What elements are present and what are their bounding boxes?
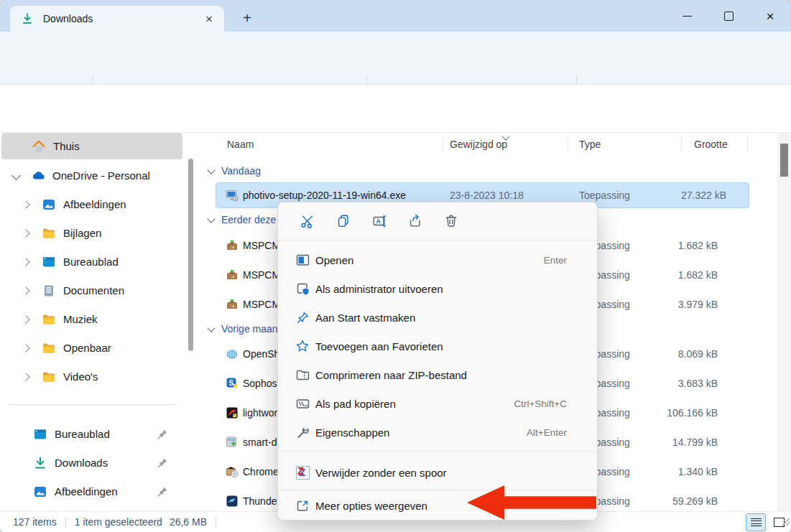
- folder-icon: [42, 370, 56, 384]
- sidebar-item-documenten[interactable]: Documenten: [0, 277, 184, 304]
- share-button[interactable]: [397, 207, 433, 235]
- home-icon: [32, 139, 46, 154]
- sidebar-item-label: Downloads: [55, 457, 108, 469]
- file-name: photivo-setup-2020-11-19-win64.exe: [243, 190, 406, 201]
- menu-item-verwijder-zonder-een-spoor[interactable]: ZZ Verwijder zonder een spoor: [282, 458, 594, 487]
- favorites-star-icon: [295, 339, 310, 353]
- file-size: 14.799 kB: [672, 437, 718, 448]
- list-scrollbar-track[interactable]: [777, 133, 791, 511]
- rename-icon: A: [371, 213, 387, 229]
- column-header-type[interactable]: Type: [579, 133, 601, 156]
- menu-item-aan-start-vastmaken[interactable]: Aan Start vastmaken: [282, 303, 594, 332]
- delete-button[interactable]: [433, 207, 469, 235]
- cut-button[interactable]: [290, 207, 325, 235]
- file-size: 1.682 kB: [678, 269, 718, 281]
- column-header-gewijzigd-op[interactable]: Gewijzigd op: [450, 133, 507, 156]
- sidebar-item-thuis[interactable]: Thuis: [1, 133, 182, 159]
- chevron-right-icon[interactable]: [22, 373, 29, 381]
- column-divider[interactable]: [443, 137, 443, 151]
- close-icon: ×: [766, 9, 774, 23]
- zdelete-icon: ZZ: [295, 465, 310, 480]
- chevron-right-icon[interactable]: [22, 229, 29, 237]
- sidebar-item-pinned-downloads[interactable]: Downloads: [0, 449, 184, 476]
- menu-separator: [278, 451, 597, 452]
- sidebar-item-afbeeldingen[interactable]: Afbeeldingen: [0, 191, 184, 218]
- file-size: 106.166 kB: [667, 407, 718, 419]
- zip-icon: [295, 368, 310, 382]
- disc-setup-icon: [226, 465, 239, 478]
- file-name: smart-de: [243, 437, 282, 448]
- menu-item-comprimeren-naar-zip[interactable]: Comprimeren naar ZIP-bestand: [282, 360, 594, 389]
- menu-item-als-administrator-uitvoeren[interactable]: Als administrator uitvoeren: [282, 274, 594, 303]
- sidebar-item-muziek[interactable]: Muziek: [0, 306, 184, 332]
- sidebar-item-openbaar[interactable]: Openbaar: [0, 335, 184, 361]
- package-icon: [226, 269, 239, 281]
- menu-item-shortcut: Ctrl+Shift+C: [514, 398, 567, 409]
- menu-item-label: Openen: [315, 254, 353, 266]
- onedrive-icon: [31, 169, 45, 183]
- chevron-down-icon[interactable]: [11, 171, 21, 180]
- menu-item-als-pad-kopieren[interactable]: Als pad kopiëren Ctrl+Shift+C: [282, 389, 594, 418]
- details-view-button[interactable]: [746, 513, 766, 531]
- minimize-icon: [683, 16, 692, 17]
- maximize-button[interactable]: [708, 0, 749, 32]
- selected-count: 1 item geselecteerd: [75, 516, 162, 528]
- minimize-button[interactable]: [666, 0, 708, 32]
- menu-item-toevoegen-aan-favorieten[interactable]: Toevoegen aan Favorieten: [282, 332, 594, 360]
- group-header-eerder-deze[interactable]: Eerder deze: [208, 211, 276, 228]
- menu-item-label: Als pad kopiëren: [315, 398, 396, 410]
- rename-button[interactable]: A: [361, 207, 397, 235]
- show-more-options-icon: [295, 498, 310, 513]
- sidebar-item-pinned-afbeeldingen[interactable]: Afbeeldingen: [0, 478, 184, 505]
- pin-icon: [157, 486, 168, 498]
- menu-item-eigenschappen[interactable]: Eigenschappen Alt+Enter: [282, 418, 594, 447]
- open-icon: [295, 253, 310, 267]
- tab-close-icon[interactable]: ×: [201, 13, 217, 25]
- column-divider[interactable]: [747, 137, 748, 151]
- chevron-right-icon[interactable]: [22, 258, 29, 266]
- sidebar-item-bijlagen[interactable]: Bijlagen: [0, 220, 184, 246]
- sidebar-item-pinned-bureaublad[interactable]: Bureaublad: [0, 421, 184, 447]
- properties-icon: [295, 425, 310, 439]
- sidebar-item-label: OneDrive - Personal: [52, 169, 150, 182]
- list-scrollbar-thumb[interactable]: [780, 144, 788, 177]
- folder-icon: [42, 226, 56, 241]
- file-type: Toepassing: [579, 190, 630, 201]
- column-header-grootte[interactable]: Grootte: [694, 133, 728, 156]
- status-divider: [216, 517, 216, 527]
- new-tab-button[interactable]: +: [239, 10, 256, 27]
- file-size: 59.269 kB: [672, 495, 718, 507]
- folder-icon: [42, 341, 56, 355]
- sidebar-item-label: Bijlagen: [63, 227, 101, 239]
- sidebar-item-onedrive[interactable]: OneDrive - Personal: [0, 162, 184, 189]
- copy-button[interactable]: [325, 207, 361, 235]
- column-header-naam[interactable]: Naam: [227, 133, 254, 156]
- column-divider[interactable]: [568, 137, 568, 151]
- chevron-right-icon[interactable]: [22, 286, 29, 294]
- group-header-vorige-maand[interactable]: Vorige maand: [208, 320, 283, 337]
- tab-title: Downloads: [43, 13, 201, 24]
- navigation-row: Downloads: [0, 85, 791, 133]
- chevron-down-icon: [207, 324, 215, 332]
- lightworks-icon: [226, 406, 239, 419]
- resize-grip[interactable]: [782, 518, 790, 526]
- desktop-icon: [33, 427, 47, 442]
- group-label: Eerder deze: [221, 214, 276, 225]
- sidebar-item-label: Afbeeldingen: [55, 485, 118, 498]
- chevron-right-icon[interactable]: [22, 344, 29, 352]
- sidebar-item-videos[interactable]: Video's: [0, 363, 184, 390]
- sidebar-item-label: Openbaar: [63, 342, 111, 354]
- menu-item-openen[interactable]: Openen Enter: [282, 246, 594, 274]
- tab-downloads[interactable]: Downloads ×: [10, 6, 224, 32]
- sidebar-scrollbar[interactable]: [188, 159, 193, 351]
- close-button[interactable]: ×: [749, 0, 791, 32]
- chevron-right-icon[interactable]: [22, 315, 29, 323]
- column-divider[interactable]: [681, 137, 682, 151]
- sidebar-item-bureaublad[interactable]: Bureaublad: [0, 248, 184, 275]
- context-menu: A Openen Enter Als administrator uitvoer…: [277, 202, 598, 521]
- sidebar-item-label: Bureaublad: [55, 428, 110, 440]
- group-header-vandaag[interactable]: Vandaag: [208, 162, 261, 179]
- chevron-down-icon: [207, 166, 215, 174]
- selected-size: 26,6 MB: [170, 516, 207, 528]
- chevron-right-icon[interactable]: [22, 200, 29, 208]
